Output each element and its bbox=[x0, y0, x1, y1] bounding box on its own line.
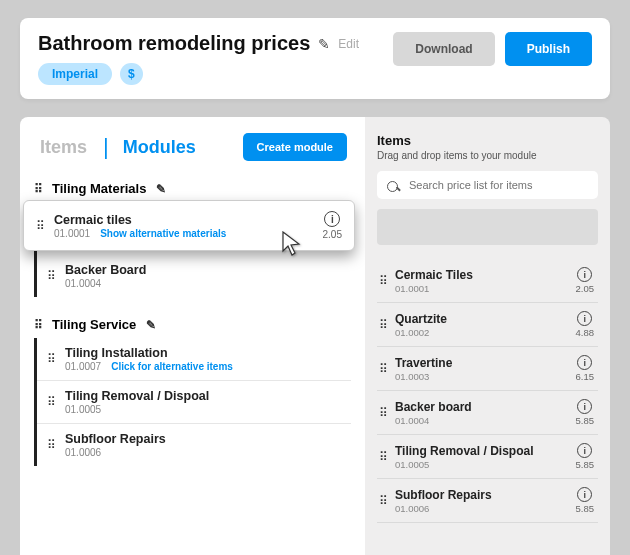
chip-currency[interactable]: $ bbox=[120, 63, 143, 85]
module-group: Tiling Materials ✎ Cermaic tiles 01.0001… bbox=[20, 181, 365, 297]
module-item[interactable]: Backer Board 01.0004 bbox=[37, 255, 351, 297]
drag-icon[interactable] bbox=[47, 439, 57, 451]
item-code: 01.0004 bbox=[395, 415, 472, 426]
panel-item-list: Cermaic Tiles01.0001 i2.05 Quartzite01.0… bbox=[377, 259, 598, 523]
item-code: 01.0002 bbox=[395, 327, 447, 338]
item-name: Cermaic Tiles bbox=[395, 268, 473, 282]
create-module-button[interactable]: Create module bbox=[243, 133, 347, 161]
item-name: Tiling Removal / Dispoal bbox=[395, 444, 533, 458]
item-code: 01.0004 bbox=[65, 278, 101, 289]
items-panel: Items Drag and drop items to your module… bbox=[365, 117, 610, 555]
left-panel: Items | Modules Create module Tiling Mat… bbox=[20, 117, 365, 555]
item-name: Subfloor Repairs bbox=[395, 488, 492, 502]
edit-label[interactable]: Edit bbox=[338, 37, 359, 51]
item-code: 01.0003 bbox=[395, 371, 452, 382]
chip-imperial[interactable]: Imperial bbox=[38, 63, 112, 85]
list-item[interactable]: Backer board01.0004 i5.85 bbox=[377, 391, 598, 435]
item-price: 5.85 bbox=[576, 459, 595, 470]
item-code: 01.0005 bbox=[395, 459, 533, 470]
edit-icon[interactable]: ✎ bbox=[146, 318, 156, 332]
list-item[interactable]: Tiling Removal / Dispoal01.0005 i5.85 bbox=[377, 435, 598, 479]
item-code: 01.0007 bbox=[65, 361, 101, 372]
main-area: Items | Modules Create module Tiling Mat… bbox=[20, 117, 610, 555]
item-code: 01.0001 bbox=[54, 228, 90, 239]
search-box[interactable] bbox=[377, 171, 598, 199]
item-code: 01.0006 bbox=[65, 447, 101, 458]
search-input[interactable] bbox=[409, 179, 588, 191]
item-price: 2.05 bbox=[323, 229, 342, 240]
drag-icon[interactable] bbox=[47, 396, 57, 408]
item-code: 01.0005 bbox=[65, 404, 101, 415]
tab-separator: | bbox=[103, 134, 109, 160]
drag-icon[interactable] bbox=[379, 363, 389, 375]
item-name: Tiling Installation bbox=[65, 346, 233, 360]
drag-icon[interactable] bbox=[379, 407, 389, 419]
item-price: 6.15 bbox=[576, 371, 595, 382]
item-price: 5.85 bbox=[576, 415, 595, 426]
group-title: Tiling Materials bbox=[52, 181, 146, 196]
info-icon[interactable]: i bbox=[577, 267, 592, 282]
header-left: Bathroom remodeling prices ✎ Edit Imperi… bbox=[38, 32, 359, 85]
drag-icon[interactable] bbox=[379, 275, 389, 287]
item-name: Tiling Removal / Dispoal bbox=[65, 389, 209, 403]
list-item[interactable]: Travertine01.0003 i6.15 bbox=[377, 347, 598, 391]
tab-items[interactable]: Items bbox=[38, 137, 89, 158]
info-icon[interactable]: i bbox=[577, 355, 592, 370]
page-title: Bathroom remodeling prices bbox=[38, 32, 310, 55]
item-price: 2.05 bbox=[576, 283, 595, 294]
edit-icon[interactable]: ✎ bbox=[318, 36, 330, 52]
info-icon[interactable]: i bbox=[577, 311, 592, 326]
header-card: Bathroom remodeling prices ✎ Edit Imperi… bbox=[20, 18, 610, 99]
drag-icon[interactable] bbox=[34, 319, 44, 331]
publish-button[interactable]: Publish bbox=[505, 32, 592, 66]
info-icon[interactable]: i bbox=[577, 443, 592, 458]
alternative-link[interactable]: Show alternative materials bbox=[100, 228, 226, 239]
panel-hint: Drag and drop items to your module bbox=[377, 150, 598, 161]
info-icon[interactable]: i bbox=[577, 487, 592, 502]
group-title: Tiling Service bbox=[52, 317, 136, 332]
item-code: 01.0001 bbox=[395, 283, 473, 294]
info-icon[interactable]: i bbox=[324, 211, 340, 227]
drop-placeholder bbox=[377, 209, 598, 245]
drag-icon[interactable] bbox=[379, 319, 389, 331]
list-item[interactable]: Subfloor Repairs01.0006 i5.85 bbox=[377, 479, 598, 523]
drag-icon[interactable] bbox=[47, 353, 57, 365]
item-name: Backer Board bbox=[65, 263, 146, 277]
item-price: 5.85 bbox=[576, 503, 595, 514]
tab-modules[interactable]: Modules bbox=[121, 137, 198, 158]
download-button[interactable]: Download bbox=[393, 32, 494, 66]
drag-icon[interactable] bbox=[47, 270, 57, 282]
list-item[interactable]: Quartzite01.0002 i4.88 bbox=[377, 303, 598, 347]
drag-icon[interactable] bbox=[379, 451, 389, 463]
search-icon bbox=[387, 178, 401, 192]
list-item[interactable]: Cermaic Tiles01.0001 i2.05 bbox=[377, 259, 598, 303]
cursor-icon bbox=[282, 231, 304, 261]
module-item-dragging[interactable]: Cermaic tiles 01.0001 Show alternative m… bbox=[23, 200, 355, 251]
drag-icon[interactable] bbox=[34, 183, 44, 195]
item-code: 01.0006 bbox=[395, 503, 492, 514]
info-icon[interactable]: i bbox=[577, 399, 592, 414]
alternative-link[interactable]: Click for alternative items bbox=[111, 361, 233, 372]
item-name: Travertine bbox=[395, 356, 452, 370]
module-item[interactable]: Subfloor Repairs 01.0006 bbox=[37, 424, 351, 466]
module-group: Tiling Service ✎ Tiling Installation 01.… bbox=[20, 317, 365, 466]
item-name: Backer board bbox=[395, 400, 472, 414]
item-name: Quartzite bbox=[395, 312, 447, 326]
module-item[interactable]: Tiling Installation 01.0007 Click for al… bbox=[37, 338, 351, 381]
item-price: 4.88 bbox=[576, 327, 595, 338]
drag-icon[interactable] bbox=[379, 495, 389, 507]
module-item[interactable]: Tiling Removal / Dispoal 01.0005 bbox=[37, 381, 351, 424]
item-name: Subfloor Repairs bbox=[65, 432, 166, 446]
item-name: Cermaic tiles bbox=[54, 213, 226, 227]
drag-icon[interactable] bbox=[36, 220, 46, 232]
panel-title: Items bbox=[377, 133, 598, 148]
edit-icon[interactable]: ✎ bbox=[156, 182, 166, 196]
